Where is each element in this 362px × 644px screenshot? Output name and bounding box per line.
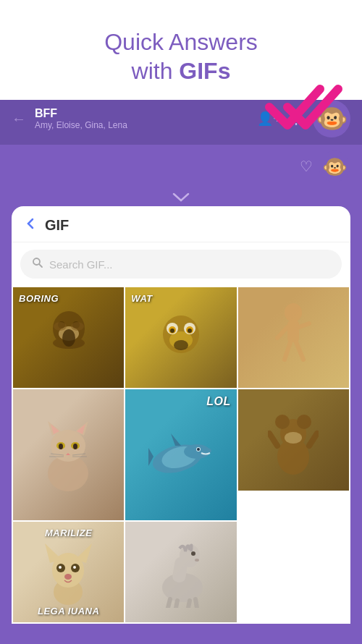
svg-point-16 <box>170 329 174 333</box>
gif-item-horse[interactable] <box>125 522 236 622</box>
svg-line-71 <box>188 601 190 608</box>
svg-line-69 <box>168 599 170 608</box>
reaction-row: ♡ 🐵 <box>0 145 362 191</box>
back-button[interactable]: ← <box>12 111 26 127</box>
chat-members: Amy, Eloise, Gina, Lena <box>35 120 248 130</box>
chat-name: BFF <box>35 107 248 120</box>
gif-grid: BORING <box>12 286 350 624</box>
svg-line-54 <box>309 433 317 446</box>
checkmarks-decoration <box>262 78 349 136</box>
headline-line2-prefix: with <box>132 58 180 84</box>
gif-label-wat: WAT <box>131 293 152 304</box>
purple-section: ← BFF Amy, Eloise, Gina, Lena 👤+ ⋮ 🐵 ♡ 🐵… <box>0 93 362 644</box>
headline: Quick Answers with GIFs <box>14 27 348 85</box>
gif-panel: GIF Search GIF... <box>12 206 350 624</box>
svg-point-68 <box>195 559 199 562</box>
svg-line-23 <box>285 342 290 360</box>
gif-title: GIF <box>45 217 69 234</box>
svg-line-24 <box>296 342 303 360</box>
svg-rect-20 <box>287 321 299 342</box>
gif-item-cat[interactable] <box>13 389 124 520</box>
svg-line-22 <box>299 323 309 327</box>
svg-line-1 <box>39 264 42 267</box>
svg-point-63 <box>64 574 72 580</box>
svg-point-18 <box>174 340 188 350</box>
svg-line-21 <box>277 327 287 338</box>
svg-point-34 <box>73 444 77 449</box>
gif-header: GIF <box>12 206 350 242</box>
gif-item-dolphin[interactable]: LOL <box>125 389 236 520</box>
gif-label-marilize: MARILIZE <box>45 528 92 538</box>
svg-point-8 <box>54 322 67 331</box>
gif-item-wat[interactable]: WAT <box>125 287 236 388</box>
gif-label-leguiana: LEGA IUANA <box>38 606 99 617</box>
svg-point-52 <box>285 432 302 444</box>
gif-item-chihuahua[interactable]: MARILIZE LEGA IUANA <box>13 522 124 622</box>
svg-line-70 <box>176 601 177 608</box>
svg-marker-57 <box>45 543 62 563</box>
svg-point-17 <box>188 329 192 333</box>
gif-item-bear[interactable] <box>238 389 349 490</box>
svg-marker-58 <box>75 543 92 563</box>
svg-point-5 <box>62 329 75 347</box>
svg-point-19 <box>285 303 302 322</box>
headline-line1: Quick Answers <box>104 29 258 55</box>
gif-item-dance[interactable] <box>238 287 349 388</box>
svg-line-53 <box>269 433 277 446</box>
chevron-down-icon[interactable] <box>0 191 362 206</box>
gif-item-boring[interactable]: BORING <box>13 287 124 388</box>
svg-marker-46 <box>171 433 181 446</box>
search-input[interactable]: Search GIF... <box>49 258 330 271</box>
svg-point-50 <box>275 415 290 429</box>
svg-point-62 <box>73 566 76 569</box>
chat-info: BFF Amy, Eloise, Gina, Lena <box>35 107 248 130</box>
gif-search-bar[interactable]: Search GIF... <box>20 250 342 279</box>
svg-point-67 <box>191 551 195 556</box>
monkey-reaction: 🐵 <box>319 151 350 182</box>
svg-point-45 <box>197 448 200 451</box>
svg-point-9 <box>71 322 84 331</box>
svg-point-61 <box>59 566 62 569</box>
gif-label-boring: BORING <box>19 293 59 304</box>
svg-point-33 <box>59 444 63 449</box>
heart-icon[interactable]: ♡ <box>300 158 313 175</box>
headline-gifs: GIFs <box>179 58 230 84</box>
search-icon <box>32 257 43 271</box>
svg-line-72 <box>195 599 197 608</box>
svg-point-51 <box>297 415 311 429</box>
gif-label-lol: LOL <box>206 395 231 408</box>
gif-back-button[interactable] <box>23 216 38 234</box>
